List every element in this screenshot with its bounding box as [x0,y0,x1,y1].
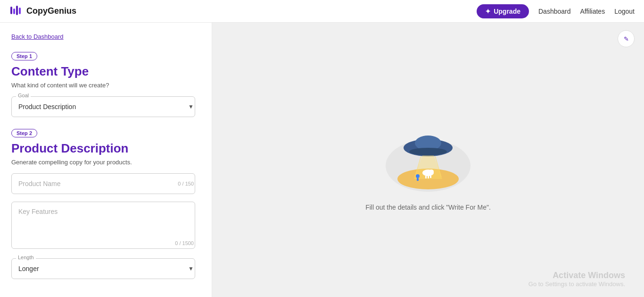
logo-icon [9,4,23,19]
shield-icon: ✦ [485,8,491,15]
svg-rect-2 [16,6,18,15]
logout-link[interactable]: Logout [614,8,635,15]
pencil-icon: ✎ [624,35,629,42]
header: CopyGenius ✦ Upgrade Dashboard Affiliate… [0,0,644,23]
svg-rect-14 [428,176,429,178]
goal-label: Goal [16,93,31,98]
logo-text: CopyGenius [26,6,76,16]
svg-rect-18 [417,178,419,181]
illustration-area: Fill out the details and click "Write Fo… [365,109,491,211]
key-features-wrapper: 0 / 1500 [11,202,200,251]
edit-button[interactable]: ✎ [618,30,635,47]
upgrade-button[interactable]: ✦ Upgrade [477,4,529,18]
svg-rect-15 [430,176,431,178]
step1-title: Content Type [11,64,200,79]
product-name-input[interactable] [11,173,195,194]
step2-badge: Step 2 [11,129,37,137]
header-nav: ✦ Upgrade Dashboard Affiliates Logout [477,4,635,18]
back-to-dashboard-link[interactable]: Back to Dashboard [11,33,64,40]
affiliates-link[interactable]: Affiliates [580,8,605,15]
key-features-textarea[interactable] [11,202,195,249]
step2-title: Product Description [11,141,200,156]
watermark-line2: Go to Settings to activate Windows. [528,280,625,288]
empty-state-text: Fill out the details and click "Write Fo… [365,204,491,211]
svg-rect-13 [425,176,427,178]
length-label: Length [16,255,36,260]
step2-subtitle: Generate compelling copy for your produc… [11,159,200,166]
dashboard-link[interactable]: Dashboard [538,8,571,15]
step1-subtitle: What kind of content will we create? [11,82,200,89]
goal-field-wrapper: Goal Product Description Blog Post Ad Co… [11,96,200,117]
svg-point-8 [409,148,447,155]
goal-select[interactable]: Product Description Blog Post Ad Copy Em… [11,96,195,117]
step2-section: Step 2 Product Description Generate comp… [11,128,200,279]
svg-rect-3 [19,8,21,14]
watermark-line1: Activate Windows [528,271,625,280]
svg-point-17 [416,174,420,178]
logo-area: CopyGenius [9,4,76,19]
svg-rect-1 [13,8,15,14]
length-select[interactable]: Short Medium Longer [11,258,195,279]
step1-badge: Step 1 [11,52,37,60]
product-name-wrapper: 0 / 150 [11,173,200,194]
step1-section: Step 1 Content Type What kind of content… [11,51,200,117]
ufo-illustration [381,109,475,194]
main-layout: Back to Dashboard Step 1 Content Type Wh… [0,23,644,297]
right-panel: ✎ [212,23,644,297]
left-panel: Back to Dashboard Step 1 Content Type Wh… [0,23,212,297]
key-features-char-count: 0 / 1500 [175,240,194,246]
svg-rect-0 [10,7,12,14]
watermark-area: Activate Windows Go to Settings to activ… [528,271,625,288]
svg-point-16 [429,170,434,173]
product-name-char-count: 0 / 150 [178,181,194,187]
length-field-wrapper: Length Short Medium Longer ▼ [11,258,200,279]
